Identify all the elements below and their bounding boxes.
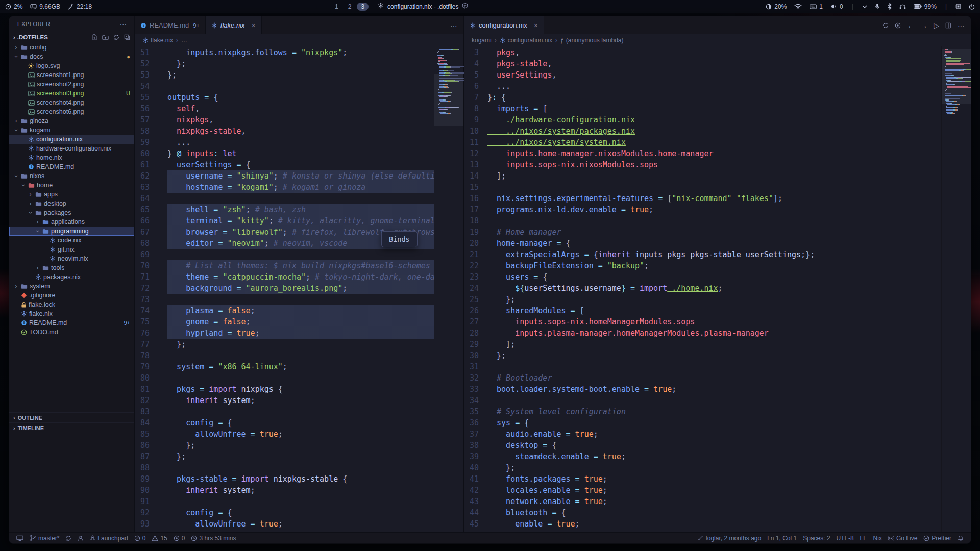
tree-item-screenshot2.png[interactable]: screenshot2.png (9, 80, 134, 89)
tree-item-flake.nix[interactable]: flake.nix (9, 309, 134, 318)
navigate-back-icon[interactable]: ← (907, 22, 914, 29)
keyboard-layout-indicator[interactable]: 1 (810, 3, 823, 10)
status-indentation[interactable]: Spaces: 2 (800, 533, 833, 543)
status-wakatime[interactable]: 3 hrs 53 mins (188, 533, 239, 543)
right-code[interactable]: 3 pkgs,4 pkgs-stable,5 userSettings,6 ..… (464, 46, 941, 532)
minimap-slider[interactable] (942, 49, 971, 104)
workspace-1[interactable]: 1 (331, 3, 342, 11)
cpu-indicator[interactable]: 2% (5, 3, 22, 10)
workspace-3[interactable]: 3 (357, 3, 369, 11)
memory-indicator[interactable]: 9.66GB (30, 3, 60, 10)
more-actions-icon[interactable]: ⋯ (450, 22, 457, 29)
status-profile[interactable] (75, 533, 87, 543)
tray-indicator[interactable] (955, 4, 961, 9)
left-breadcrumbs[interactable]: flake.nix›… (135, 34, 463, 46)
tree-item-programming[interactable]: ›programming (9, 227, 134, 236)
status-go-live[interactable]: Go Live (885, 533, 920, 543)
bluetooth-indicator[interactable] (888, 3, 892, 10)
status-sync-changes[interactable] (62, 533, 75, 543)
tree-item-.gitignore[interactable]: .gitignore (9, 291, 134, 300)
status-launchpad[interactable]: Launchpad (87, 533, 131, 543)
status-cursor-position[interactable]: Ln 1, Col 1 (764, 533, 800, 543)
tree-item-logo.svg[interactable]: logo.svg (9, 61, 134, 70)
status-encoding[interactable]: UTF-8 (834, 533, 857, 543)
tab-readme.md[interactable]: README.md9+ (135, 16, 206, 34)
status-ports[interactable]: 0 (170, 533, 188, 543)
more-actions-icon[interactable]: ⋯ (119, 20, 127, 28)
breadcrumb--[interactable]: … (181, 37, 187, 44)
tree-item-kogami[interactable]: ›kogami (9, 126, 134, 135)
tree-item-screenshot1.png[interactable]: screenshot1.png (9, 70, 134, 80)
tree-item-nixos[interactable]: ›nixos (9, 171, 134, 181)
new-folder-icon[interactable] (102, 34, 109, 40)
tree-item-neovim.nix[interactable]: neovim.nix (9, 254, 134, 263)
refresh-icon[interactable] (113, 34, 119, 40)
status-warnings[interactable]: 15 (149, 533, 170, 543)
section-outline[interactable]: ›OUTLINE (9, 412, 134, 422)
status-prettier[interactable]: Prettier (920, 533, 954, 543)
clock-indicator[interactable]: 22:18 (68, 3, 92, 10)
status-language-mode[interactable]: Nix (870, 533, 885, 543)
status-notifications[interactable] (954, 533, 967, 543)
tray-expand-indicator[interactable] (862, 5, 867, 8)
section-timeline[interactable]: ›TIMELINE (9, 422, 134, 433)
brightness-indicator[interactable]: 20% (766, 3, 787, 10)
breadcrumb-flake.nix[interactable]: flake.nix (142, 37, 173, 44)
tree-root[interactable]: › .DOTFILES (9, 32, 134, 43)
breadcrumb--anonymous-lambda-[interactable]: ƒ(anonymous lambda) (560, 37, 623, 44)
tree-item-config[interactable]: ›config (9, 43, 134, 52)
more-actions-icon[interactable]: ⋯ (958, 22, 965, 29)
battery-indicator[interactable]: 99% (914, 3, 937, 10)
tree-item-screenshot3.png[interactable]: screenshot3.pngU (9, 89, 134, 98)
tree-item-code.nix[interactable]: code.nix (9, 236, 134, 245)
close-icon[interactable]: × (252, 21, 256, 30)
status-errors[interactable]: 0 (131, 533, 149, 543)
tree-item-packages.nix[interactable]: packages.nix (9, 272, 134, 282)
tree-item-applications[interactable]: ›applications (9, 217, 134, 227)
collapse-all-icon[interactable] (124, 34, 130, 40)
tree-item-configuration.nix[interactable]: configuration.nix (9, 135, 134, 144)
tree-item-screenshot6.png[interactable]: screenshot6.png (9, 107, 134, 116)
left-code[interactable]: 51 inputs.nixpkgs.follows = "nixpkgs";52… (135, 46, 434, 532)
tree-item-git.nix[interactable]: git.nix (9, 245, 134, 254)
left-minimap[interactable] (434, 46, 463, 532)
tree-item-desktop[interactable]: ›desktop (9, 199, 134, 208)
new-file-icon[interactable] (92, 34, 97, 40)
split-editor-icon[interactable] (945, 22, 951, 29)
tree-item-home.nix[interactable]: home.nix (9, 153, 134, 162)
status-git-branch[interactable]: master* (27, 533, 62, 543)
status-eol[interactable]: LF (857, 533, 870, 543)
run-code-icon[interactable]: ▷ (934, 22, 939, 29)
workspace-2[interactable]: 2 (344, 3, 356, 11)
breadcrumb-kogami[interactable]: kogami (472, 37, 492, 44)
right-minimap[interactable] (941, 46, 971, 532)
network-indicator[interactable] (794, 4, 802, 9)
sync-icon[interactable] (883, 22, 889, 29)
open-changes-icon[interactable] (895, 22, 901, 29)
power-indicator[interactable] (969, 4, 975, 10)
tree-item-screenshot4.png[interactable]: screenshot4.png (9, 98, 134, 107)
close-icon[interactable]: × (534, 21, 538, 30)
minimap-slider[interactable] (434, 74, 463, 126)
tree-item-system[interactable]: ›system (9, 282, 134, 291)
tree-item-ginoza[interactable]: ›ginoza (9, 116, 134, 126)
tree-item-hardware-configuration.nix[interactable]: hardware-configuration.nix (9, 144, 134, 153)
tree-item-readme.md[interactable]: README.md (9, 162, 134, 171)
tab-configuration.nix[interactable]: configuration.nix× (464, 16, 544, 34)
tree-item-tools[interactable]: ›tools (9, 263, 134, 272)
tree-item-docs[interactable]: ›docs● (9, 52, 134, 61)
tree-item-home[interactable]: ›home (9, 181, 134, 190)
status-remote-indicator[interactable] (13, 533, 27, 543)
breadcrumb-configuration.nix[interactable]: configuration.nix (500, 37, 552, 44)
right-breadcrumbs[interactable]: kogami›configuration.nix›ƒ(anonymous lam… (464, 34, 971, 46)
volume-indicator[interactable]: 0 (830, 3, 843, 10)
headset-indicator[interactable] (899, 4, 906, 10)
tab-flake.nix[interactable]: flake.nix× (206, 16, 262, 34)
navigate-forward-icon[interactable]: → (920, 22, 927, 29)
microphone-indicator[interactable] (875, 3, 880, 10)
tree-item-packages[interactable]: ›packages (9, 208, 134, 217)
tree-item-todo.md[interactable]: TODO.md (9, 328, 134, 337)
tree-item-flake.lock[interactable]: flake.lock (9, 300, 134, 309)
tree-item-readme.md[interactable]: README.md9+ (9, 318, 134, 328)
status-git-blame[interactable]: foglar, 2 months ago (695, 533, 764, 543)
